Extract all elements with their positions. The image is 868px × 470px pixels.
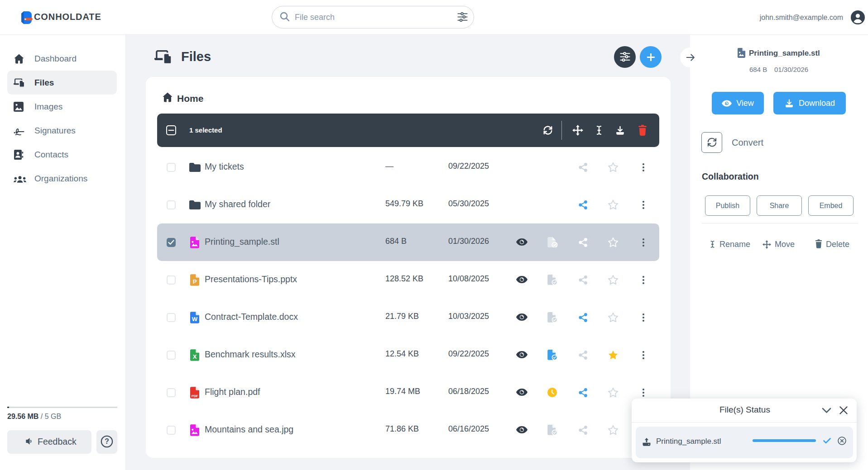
svg-text:P: P (193, 278, 197, 285)
svg-text:W: W (192, 316, 198, 323)
svg-text:X: X (193, 353, 197, 360)
svg-text:?: ? (105, 437, 109, 445)
svg-text:PDF: PDF (192, 394, 198, 398)
